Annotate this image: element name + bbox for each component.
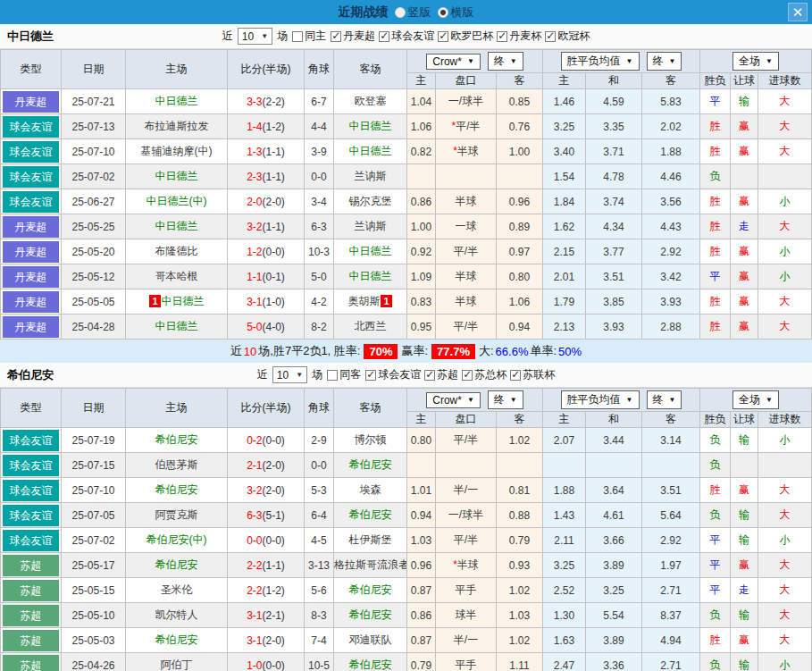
handicap-odds-cell: 1.09 (407, 264, 436, 289)
match-date: 25-07-10 (62, 478, 126, 503)
checkbox-checked-icon[interactable] (438, 31, 448, 42)
checkbox-checked-icon[interactable] (497, 31, 507, 42)
league-filter-checkbox[interactable]: 苏超 (424, 367, 458, 382)
league-type-badge: 球会友谊 (3, 116, 59, 138)
handicap-odds-cell: 0.87 (407, 578, 436, 603)
league-filter-checkbox[interactable]: 苏联杯 (510, 367, 555, 382)
result-cell: 输 (731, 503, 758, 528)
match-date: 25-04-26 (62, 653, 126, 671)
checkbox-checked-icon[interactable] (462, 370, 473, 381)
layout-radio-horizontal[interactable]: 横版 (438, 4, 474, 21)
avg-odds-cell: 5.83 (642, 89, 700, 114)
fullmatch-select[interactable]: 全场▼ (732, 390, 779, 409)
recent-count-select[interactable]: 10▼ (238, 28, 272, 45)
summary-part: 66.6% (496, 345, 529, 358)
league-type-cell: 球会友谊 (1, 114, 62, 139)
checkbox-checked-icon[interactable] (379, 31, 389, 42)
match-row: 球会友谊25-07-02希伯尼安(中)0-0(0-0)4-5杜伊斯堡1.03平/… (1, 528, 812, 553)
home-team: 哥本哈根 (126, 264, 228, 289)
checkbox-checked-icon[interactable] (424, 370, 435, 381)
avg-odds-cell: 2.15 (543, 239, 586, 264)
handicap-odds-cell: 一/球半 (436, 89, 497, 114)
checkbox-checked-icon[interactable] (545, 31, 556, 42)
match-score: 5-0(4-0) (228, 315, 305, 340)
col-corner: 角球 (305, 50, 334, 89)
handicap-odds-cell: 1.03 (497, 603, 543, 628)
match-row: 球会友谊25-07-05阿贾克斯6-3(5-1)6-4希伯尼安0.94一/球半0… (1, 503, 812, 528)
match-row: 苏超25-05-17希伯尼安2-2(1-1)3-13格拉斯哥流浪者0.96*半球… (1, 553, 812, 578)
league-type-cell: 球会友谊 (1, 453, 62, 478)
page-title: 近期战绩 (339, 4, 389, 21)
league-filter-checkbox[interactable]: 球会友谊 (379, 29, 434, 44)
same-venue-checkbox[interactable]: 同客 (327, 367, 361, 382)
league-filter-checkbox[interactable]: 球会友谊 (365, 367, 421, 382)
radio-off-icon[interactable] (395, 7, 406, 18)
league-filter-checkbox[interactable]: 欧冠杯 (545, 29, 590, 44)
result-cell: 赢 (731, 139, 758, 164)
checkbox-checked-icon[interactable] (510, 370, 521, 381)
handicap-odds-cell: 0.97 (497, 239, 543, 264)
league-filter-label: 欧冠杯 (557, 29, 590, 44)
avg-odds-cell: 3.36 (586, 653, 642, 671)
match-date: 25-05-17 (62, 553, 126, 578)
league-filter-checkbox[interactable]: 丹麦超 (331, 29, 375, 44)
avg-odds-cell: 4.43 (642, 214, 700, 239)
league-type-cell: 球会友谊 (1, 528, 62, 553)
recent-count-select[interactable]: 10▼ (272, 366, 307, 383)
league-filter-checkbox[interactable]: 苏总杯 (462, 367, 506, 382)
bookmaker-select[interactable]: Crow*▼ (426, 392, 481, 408)
away-team: 希伯尼安 (334, 653, 407, 671)
final-odds-select-2[interactable]: 终▼ (647, 52, 682, 71)
col-avg-draw: 和 (586, 73, 642, 89)
league-filter-checkbox[interactable]: 欧罗巴杯 (438, 29, 493, 44)
away-team: 埃森 (334, 478, 407, 503)
layout-radio-vertical[interactable]: 竖版 (395, 4, 431, 21)
fullmatch-select[interactable]: 全场▼ (732, 52, 779, 71)
league-type-badge: 丹麦超 (3, 91, 59, 113)
radio-on-icon[interactable] (438, 7, 448, 18)
checkbox-icon[interactable] (327, 370, 338, 381)
col-handicap-result: 让球 (731, 73, 758, 89)
same-venue-checkbox[interactable]: 同主 (292, 29, 326, 44)
final-odds-select-2[interactable]: 终▼ (647, 390, 682, 409)
away-team: 奥胡斯1 (334, 289, 407, 315)
avg-odds-cell: 2.71 (642, 578, 700, 603)
fulltime-score: 3-1 (247, 634, 262, 647)
avg-odds-select[interactable]: 胜平负均值▼ (561, 52, 640, 71)
handicap-odds-cell: 0.79 (407, 653, 436, 671)
match-score: 1-0(0-0) (228, 653, 305, 671)
league-type-badge: 苏超 (3, 655, 59, 671)
home-team: 希伯尼安 (126, 553, 228, 578)
halftime-score: (4-0) (263, 321, 285, 333)
league-filter-checkbox[interactable]: 丹麦杯 (497, 29, 541, 44)
league-type-badge: 球会友谊 (3, 430, 59, 451)
match-score: 1-4(1-2) (228, 114, 305, 139)
match-date: 25-07-21 (62, 89, 126, 114)
avg-odds-cell: 3.51 (586, 264, 642, 289)
fulltime-score: 3-2 (247, 221, 262, 233)
titlebar: 近期战绩 竖版 横版 ✕ (0, 0, 812, 24)
handicap-odds-cell: 半/一 (436, 478, 497, 503)
avg-odds-select[interactable]: 胜平负均值▼ (561, 390, 640, 409)
result-cell: 胜 (700, 189, 731, 214)
col-avg-away: 客 (642, 73, 700, 89)
checkbox-checked-icon[interactable] (365, 370, 376, 381)
result-cell: 平 (700, 553, 731, 578)
handicap-odds-cell: 平手 (436, 653, 497, 671)
final-odds-select-1[interactable]: 终▼ (488, 52, 523, 71)
final-odds-select-1[interactable]: 终▼ (488, 390, 523, 409)
col-goals: 进球数 (758, 412, 812, 428)
result-cell: 大 (758, 578, 812, 603)
checkbox-icon[interactable] (292, 31, 303, 42)
home-team: 凯尔特人 (126, 603, 228, 628)
close-icon[interactable]: ✕ (788, 3, 808, 21)
checkbox-checked-icon[interactable] (331, 31, 341, 42)
summary-part: 77.7% (431, 344, 475, 359)
handicap-odds-cell: 0.88 (497, 503, 543, 528)
fulltime-score: 0-0 (247, 534, 262, 547)
col-away: 客场 (334, 389, 407, 428)
handicap-odds-cell (436, 453, 497, 478)
result-cell: 胜 (700, 239, 731, 264)
league-type-cell: 苏超 (1, 653, 62, 671)
bookmaker-select[interactable]: Crow*▼ (426, 54, 481, 70)
